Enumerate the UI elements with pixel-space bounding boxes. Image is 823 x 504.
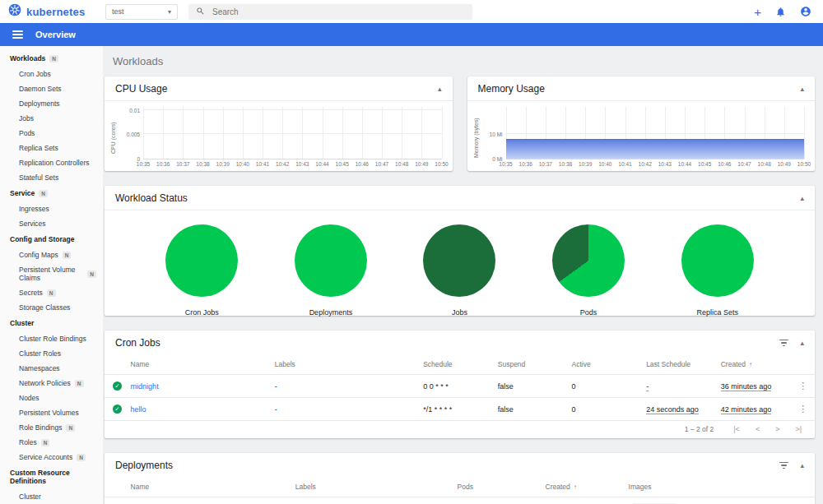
sidebar-item-namespaces[interactable]: Namespaces [0, 361, 103, 376]
previous-page-button[interactable]: < [756, 425, 760, 433]
first-page-button[interactable]: |< [733, 425, 740, 433]
sidebar-item-secrets[interactable]: SecretsN [0, 285, 103, 300]
kubernetes-brand[interactable]: kubernetes [8, 3, 100, 20]
sidebar-item-service-accounts[interactable]: Service AccountsN [0, 450, 103, 465]
sidebar-item-persistent-volume-claims[interactable]: Persistent Volume ClaimsN [0, 262, 103, 285]
sidebar-group-workloads[interactable]: WorkloadsN [0, 50, 103, 67]
x-axis-tick: 10:46 [356, 161, 369, 167]
sidebar-item-services[interactable]: Services [0, 216, 103, 231]
col-active[interactable]: Active [569, 354, 644, 375]
x-axis-tick: 10:36 [519, 161, 532, 167]
sidebar-group-custom-resource-definitions[interactable]: Custom Resource Definitions [0, 465, 103, 489]
sidebar: WorkloadsNCron JobsDaemon SetsDeployment… [0, 46, 103, 504]
pie-label: Cron Jobs [185, 308, 219, 317]
col-created[interactable]: Created↑ [718, 354, 792, 375]
search-input[interactable] [212, 7, 465, 16]
filter-button[interactable] [779, 340, 788, 347]
pie-cron-jobs: Cron Jobs [165, 224, 238, 317]
sidebar-item-deployments[interactable]: Deployments [0, 96, 103, 111]
y-axis-tick: 0.005 [117, 132, 140, 137]
x-axis-tick: 10:37 [539, 161, 552, 167]
row-menu-button[interactable]: ⋮ [794, 404, 811, 414]
pie-label: Jobs [452, 308, 467, 317]
pie-label: Replica Sets [696, 308, 738, 317]
sidebar-item-daemon-sets[interactable]: Daemon Sets [0, 81, 103, 96]
sidebar-group-config-and-storage[interactable]: Config and Storage [0, 231, 103, 247]
x-axis-tick: 10:44 [678, 161, 691, 167]
sidebar-item-roles[interactable]: RolesN [0, 435, 103, 450]
x-axis-tick: 10:42 [639, 161, 652, 167]
main-content: Workloads CPU Usage ▴ CPU (cores) 00.005… [103, 46, 823, 504]
account-button[interactable] [800, 6, 811, 17]
cron-jobs-card: Cron Jobs ▴ Name Labels Schedule Suspend… [105, 331, 815, 438]
collapse-caret-icon[interactable]: ▴ [800, 195, 804, 202]
memory-usage-title: Memory Usage [478, 83, 789, 95]
col-suspend[interactable]: Suspend [495, 354, 569, 375]
x-axis-tick: 10:45 [336, 161, 349, 167]
menu-button[interactable] [12, 29, 23, 40]
col-labels[interactable]: Labels [272, 354, 420, 375]
col-schedule[interactable]: Schedule [420, 354, 495, 375]
schedule-cell: */1 * * * * [420, 398, 495, 421]
col-created[interactable]: Created↑ [542, 477, 625, 497]
sidebar-item-role-bindings[interactable]: Role BindingsN [0, 420, 103, 435]
cronjob-name-link[interactable]: hello [131, 405, 146, 414]
col-name[interactable]: Name [128, 354, 272, 375]
active-cell: 0 [569, 398, 644, 421]
row-menu-button[interactable]: ⋮ [794, 381, 811, 391]
collapse-caret-icon[interactable]: ▴ [800, 462, 804, 469]
filter-button[interactable] [779, 462, 788, 469]
sidebar-group-service[interactable]: ServiceN [0, 185, 103, 201]
last-schedule-cell: 24 seconds ago [646, 405, 699, 414]
cpu-plot-area: 00.0050.01 [143, 107, 442, 160]
created-cell: 42 minutes ago [721, 405, 772, 414]
labels-cell: - [272, 398, 420, 421]
namespace-selector[interactable]: test ▾ [105, 4, 178, 20]
sidebar-item-cluster-role-bindings[interactable]: Cluster Role Bindings [0, 331, 103, 346]
next-page-button[interactable]: > [775, 425, 779, 433]
x-axis-tick: 10:43 [295, 161, 309, 167]
sidebar-item-replica-sets[interactable]: Replica Sets [0, 141, 103, 155]
dropdown-caret-icon: ▾ [168, 8, 171, 16]
x-axis-tick: 10:35 [499, 161, 512, 167]
sidebar-item-replication-controllers[interactable]: Replication Controllers [0, 155, 103, 170]
sidebar-item-cluster-roles[interactable]: Cluster Roles [0, 346, 103, 361]
col-labels[interactable]: Labels [292, 477, 454, 497]
header-actions: + [754, 6, 811, 18]
sidebar-item-network-policies[interactable]: Network PoliciesN [0, 376, 103, 391]
x-axis-tick: 10:41 [618, 161, 631, 167]
x-axis-tick: 10:49 [415, 161, 428, 167]
sidebar-item-storage-classes[interactable]: Storage Classes [0, 300, 103, 315]
sidebar-item-cluster[interactable]: Cluster [0, 489, 103, 504]
sidebar-item-stateful-sets[interactable]: Stateful Sets [0, 170, 103, 185]
create-resource-button[interactable]: + [754, 6, 761, 18]
col-pods[interactable]: Pods [454, 477, 542, 497]
namespaced-badge: N [49, 55, 58, 62]
collapse-caret-icon[interactable]: ▴ [800, 86, 804, 93]
col-images[interactable]: Images [625, 477, 794, 497]
col-last-schedule[interactable]: Last Schedule [643, 354, 718, 375]
collapse-caret-icon[interactable]: ▴ [438, 86, 442, 93]
sidebar-item-pods[interactable]: Pods [0, 126, 103, 141]
sidebar-item-jobs[interactable]: Jobs [0, 111, 103, 126]
x-axis-tick: 10:38 [196, 161, 209, 167]
search-bar[interactable] [188, 4, 472, 20]
sidebar-item-persistent-volumes[interactable]: Persistent Volumes [0, 405, 103, 420]
suspend-cell: false [495, 375, 569, 398]
notifications-button[interactable] [775, 7, 786, 17]
deployments-table: Name Labels Pods Created↑ Images ✓ test … [105, 477, 815, 504]
sidebar-item-cron-jobs[interactable]: Cron Jobs [0, 67, 103, 81]
sort-ascending-icon: ↑ [749, 361, 752, 368]
pie-replica-sets: Replica Sets [681, 224, 754, 317]
sidebar-item-ingresses[interactable]: Ingresses [0, 201, 103, 216]
collapse-caret-icon[interactable]: ▴ [800, 340, 804, 347]
sidebar-item-nodes[interactable]: Nodes [0, 391, 103, 405]
col-name[interactable]: Name [128, 477, 292, 497]
cronjob-name-link[interactable]: midnight [131, 382, 159, 391]
sidebar-item-config-maps[interactable]: Config MapsN [0, 247, 103, 262]
sidebar-group-cluster[interactable]: Cluster [0, 315, 103, 331]
x-axis-tick: 10:48 [758, 161, 771, 167]
last-page-button[interactable]: >| [795, 425, 802, 433]
schedule-cell: 0 0 * * * [420, 375, 495, 398]
namespaced-badge: N [63, 252, 72, 259]
